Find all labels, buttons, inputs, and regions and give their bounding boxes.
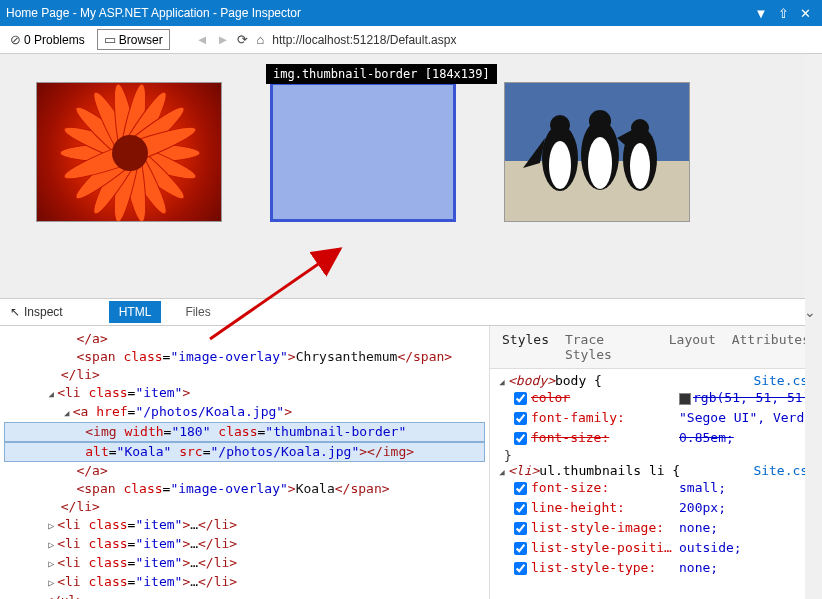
expand-toggle[interactable] — [45, 535, 57, 554]
tab-attributes[interactable]: Attributes — [730, 330, 812, 364]
expand-toggle[interactable] — [45, 384, 57, 403]
window-icon: ▭ — [104, 32, 116, 47]
styles-tabs: Styles Trace Styles Layout Attributes — [490, 326, 822, 369]
svg-point-19 — [630, 143, 650, 189]
url-display[interactable]: http://localhost:51218/Default.aspx — [272, 33, 456, 47]
prop-toggle[interactable] — [514, 482, 527, 495]
html-tree-panel[interactable]: </a> <span class="image-overlay">Chrysan… — [0, 326, 490, 599]
thumbnail-chrysanthemum[interactable] — [36, 82, 222, 222]
inspect-label: Inspect — [24, 305, 63, 319]
prop-toggle[interactable] — [514, 502, 527, 515]
selected-node[interactable]: <img width="180" class="thumbnail-border… — [4, 422, 485, 442]
problems-label: 0 Problems — [24, 33, 85, 47]
tab-html[interactable]: HTML — [109, 301, 162, 323]
devtools-panels: </a> <span class="image-overlay">Chrysan… — [0, 326, 822, 599]
tab-files[interactable]: Files — [175, 301, 220, 323]
inspect-button[interactable]: ↖ Inspect — [10, 305, 63, 319]
refresh-icon[interactable]: ⟳ — [237, 32, 248, 47]
collapse-icon[interactable]: ⌄ — [804, 304, 816, 320]
brace: } — [496, 448, 816, 463]
tab-styles[interactable]: Styles — [500, 330, 551, 364]
browser-content: img.thumbnail-border [184x139] — [0, 54, 822, 298]
svg-point-17 — [589, 110, 611, 132]
pin-icon[interactable]: ⇧ — [772, 6, 794, 21]
expand-toggle[interactable] — [45, 554, 57, 573]
svg-point-13 — [549, 141, 571, 189]
prop-toggle[interactable] — [514, 412, 527, 425]
prohibit-icon: ⊘ — [10, 32, 21, 47]
prop-toggle[interactable] — [514, 522, 527, 535]
expand-toggle[interactable] — [61, 403, 73, 422]
styles-panel: Styles Trace Styles Layout Attributes <b… — [490, 326, 822, 599]
tab-layout[interactable]: Layout — [667, 330, 718, 364]
inspector-toolbar: ↖ Inspect HTML Files ⌄ — [0, 298, 822, 326]
svg-point-20 — [631, 119, 649, 137]
close-icon[interactable]: ✕ — [794, 6, 816, 21]
svg-point-16 — [588, 137, 612, 189]
prop-toggle[interactable] — [514, 562, 527, 575]
rule-body[interactable]: <body> body {Site.css — [496, 373, 816, 388]
color-swatch[interactable] — [679, 393, 691, 405]
tab-trace-styles[interactable]: Trace Styles — [563, 330, 655, 364]
browser-button[interactable]: ▭ Browser — [97, 29, 170, 50]
title-bar: Home Page - My ASP.NET Application - Pag… — [0, 0, 822, 26]
prop-toggle[interactable] — [514, 542, 527, 555]
vertical-scrollbar[interactable] — [805, 54, 822, 599]
window-title: Home Page - My ASP.NET Application - Pag… — [6, 6, 750, 20]
expand-toggle[interactable] — [45, 573, 57, 592]
toolbar: ⊘ 0 Problems ▭ Browser ◄ ► ⟳ ⌂ http://lo… — [0, 26, 822, 54]
svg-point-9 — [112, 135, 148, 171]
back-icon[interactable]: ◄ — [196, 32, 209, 47]
element-hover-tooltip: img.thumbnail-border [184x139] — [266, 64, 497, 84]
expand-toggle[interactable] — [496, 463, 508, 478]
expand-toggle[interactable] — [45, 516, 57, 535]
cursor-icon: ↖ — [10, 305, 20, 319]
css-rules[interactable]: <body> body {Site.css colorrgb(51, 51, 5… — [490, 369, 822, 599]
dropdown-icon[interactable]: ▼ — [750, 6, 772, 21]
expand-toggle[interactable] — [496, 373, 508, 388]
prop-toggle[interactable] — [514, 392, 527, 405]
prop-toggle[interactable] — [514, 432, 527, 445]
home-icon[interactable]: ⌂ — [256, 32, 264, 47]
rule-thumbnails-li[interactable]: <li> ul.thumbnails li {Site.css — [496, 463, 816, 478]
svg-point-14 — [550, 115, 570, 135]
thumbnail-koala-selected[interactable] — [270, 82, 456, 222]
thumbnail-penguins[interactable] — [504, 82, 690, 222]
forward-icon[interactable]: ► — [217, 32, 230, 47]
browser-label: Browser — [119, 33, 163, 47]
problems-indicator[interactable]: ⊘ 0 Problems — [6, 30, 89, 49]
